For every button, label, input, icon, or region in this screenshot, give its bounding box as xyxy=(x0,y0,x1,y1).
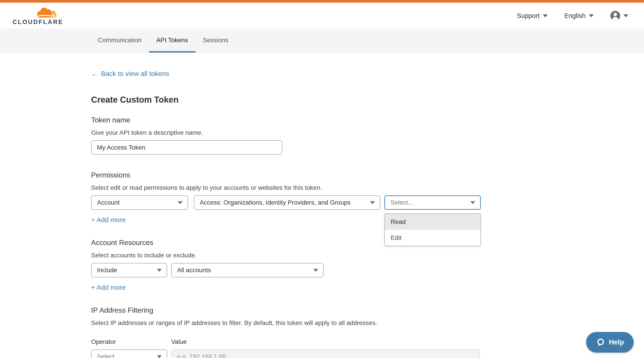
permission-scope-value: Account xyxy=(97,199,120,206)
account-resources-description: Select accounts to include or exclude. xyxy=(91,252,644,259)
chevron-down-icon xyxy=(470,201,475,204)
chevron-down-icon xyxy=(178,201,183,204)
help-button-label: Help xyxy=(609,338,624,346)
menu-item-read[interactable]: Read xyxy=(385,214,480,230)
ip-field-labels: Operator Value xyxy=(91,338,644,345)
ip-filtering-section: IP Address Filtering Select IP addresses… xyxy=(91,306,644,358)
permission-group-value: Access: Organizations, Identity Provider… xyxy=(200,199,350,206)
language-menu-label: English xyxy=(564,12,586,20)
permissions-add-more-link[interactable]: + Add more xyxy=(91,216,126,224)
permissions-row: Account Access: Organizations, Identity … xyxy=(91,195,644,210)
chevron-down-icon xyxy=(589,14,594,17)
user-avatar-icon xyxy=(610,11,620,21)
access-dropdown-menu: Read Edit xyxy=(384,213,481,246)
back-link-label: Back to view all tokens xyxy=(101,70,169,78)
cloudflare-wordmark: CLOUDFLARE xyxy=(12,19,63,25)
header: CLOUDFLARE Support English xyxy=(0,3,644,29)
resource-accounts-select[interactable]: All accounts xyxy=(171,263,324,277)
permission-access-placeholder: Select... xyxy=(390,199,413,206)
top-accent-bar xyxy=(0,0,644,3)
account-resources-heading: Account Resources xyxy=(91,238,644,247)
cloudflare-cloud-icon xyxy=(34,7,58,19)
account-resources-section: Account Resources Select accounts to inc… xyxy=(91,238,644,291)
header-nav: Support English xyxy=(517,11,628,21)
permissions-heading: Permissions xyxy=(91,171,644,179)
account-resources-row: Include All accounts xyxy=(91,263,644,277)
chevron-down-icon xyxy=(370,201,375,204)
permission-access-wrap: Select... Read Edit xyxy=(384,195,481,210)
token-name-section: Token name Give your API token a descrip… xyxy=(91,116,644,155)
chat-bubble-icon xyxy=(596,337,605,347)
menu-item-edit[interactable]: Edit xyxy=(385,230,480,246)
chevron-down-icon xyxy=(623,14,628,17)
tab-api-tokens[interactable]: API Tokens xyxy=(149,29,196,53)
permission-access-select[interactable]: Select... xyxy=(384,195,481,210)
chevron-down-icon xyxy=(543,14,548,17)
resource-mode-value: Include xyxy=(97,267,117,274)
token-name-input[interactable] xyxy=(91,140,282,155)
back-arrow-icon: ← xyxy=(91,70,98,77)
value-label: Value xyxy=(171,338,187,345)
tab-sessions[interactable]: Sessions xyxy=(196,29,236,53)
main-content: ← Back to view all tokens Create Custom … xyxy=(0,53,644,358)
page-title: Create Custom Token xyxy=(91,95,644,105)
support-menu-label: Support xyxy=(517,12,540,20)
chevron-down-icon xyxy=(313,269,318,272)
back-to-tokens-link[interactable]: ← Back to view all tokens xyxy=(91,70,169,78)
account-menu[interactable] xyxy=(610,11,628,21)
help-button[interactable]: Help xyxy=(586,332,634,352)
language-menu[interactable]: English xyxy=(564,12,594,20)
operator-label: Operator xyxy=(91,338,171,345)
cloudflare-logo[interactable]: CLOUDFLARE xyxy=(12,7,63,25)
profile-tabbar: Communication API Tokens Sessions xyxy=(0,29,644,53)
ip-filtering-heading: IP Address Filtering xyxy=(91,306,644,314)
resource-mode-select[interactable]: Include xyxy=(91,263,167,277)
permission-group-select[interactable]: Access: Organizations, Identity Provider… xyxy=(194,195,380,210)
token-name-description: Give your API token a descriptive name. xyxy=(91,129,644,136)
resources-add-more-link[interactable]: + Add more xyxy=(91,284,126,291)
tab-communication[interactable]: Communication xyxy=(90,29,149,53)
token-name-heading: Token name xyxy=(91,116,644,124)
chevron-down-icon xyxy=(157,355,162,358)
ip-filtering-description: Select IP addresses or ranges of IP addr… xyxy=(91,319,644,326)
ip-filtering-row: Select... xyxy=(91,349,644,358)
ip-value-input[interactable] xyxy=(171,349,480,358)
ip-operator-select[interactable]: Select... xyxy=(91,349,167,358)
chevron-down-icon xyxy=(157,269,162,272)
resource-accounts-value: All accounts xyxy=(177,267,211,274)
permission-scope-select[interactable]: Account xyxy=(91,195,188,210)
permissions-section: Permissions Select edit or read permissi… xyxy=(91,171,644,224)
permissions-description: Select edit or read permissions to apply… xyxy=(91,184,644,191)
ip-operator-placeholder: Select... xyxy=(97,353,120,358)
support-menu[interactable]: Support xyxy=(517,12,548,20)
